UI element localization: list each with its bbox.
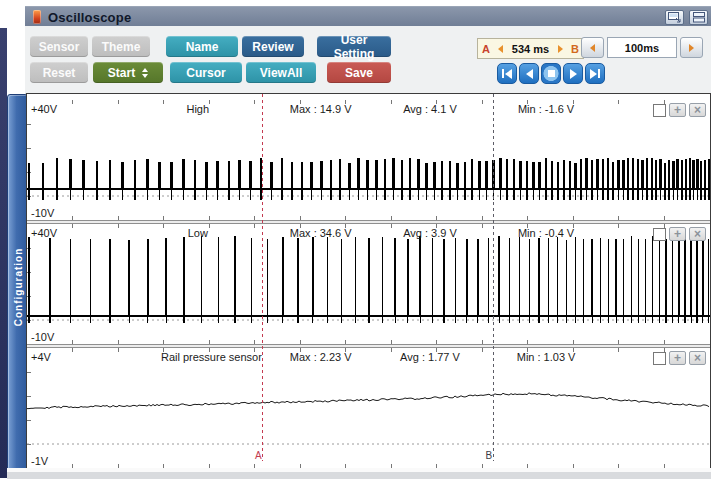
channel-checkbox[interactable] bbox=[653, 352, 666, 365]
review-button[interactable]: Review bbox=[242, 36, 304, 57]
review-button-label: Review bbox=[252, 40, 293, 54]
playback-controls bbox=[497, 63, 605, 84]
ab-right-arrow-icon[interactable] bbox=[558, 45, 563, 53]
name-button-label: Name bbox=[186, 40, 219, 54]
configuration-tab[interactable]: Configuration bbox=[7, 94, 28, 479]
start-spinner-icon bbox=[142, 68, 148, 78]
cursor-b-tag: B bbox=[571, 43, 579, 55]
app-icon bbox=[33, 10, 41, 24]
channel-close-button[interactable]: × bbox=[689, 351, 706, 365]
avg-readout: Avg : 1.77 V bbox=[400, 351, 460, 363]
tile-windows-button[interactable] bbox=[689, 10, 708, 25]
min-readout: Min : 1.03 V bbox=[517, 351, 576, 363]
skip-to-end-button[interactable] bbox=[585, 63, 605, 84]
save-button[interactable]: Save bbox=[327, 62, 391, 83]
channel-panel-high: +40V High Max : 14.9 V Avg : 4.1 V Min :… bbox=[27, 100, 710, 220]
timebase-decrease-button[interactable] bbox=[581, 37, 604, 58]
cursor-a-line[interactable] bbox=[262, 94, 263, 461]
scale-top-label: +4V bbox=[31, 351, 51, 363]
channel-controls: + × bbox=[653, 103, 706, 117]
timebase-control: 100ms bbox=[581, 37, 703, 58]
name-button[interactable]: Name bbox=[166, 36, 238, 57]
bar-icon bbox=[598, 69, 600, 78]
title-bar: Oscilloscope bbox=[25, 6, 711, 27]
ab-time-readout: A 534 ms B bbox=[477, 38, 584, 59]
left-triangle-icon bbox=[505, 69, 512, 79]
theme-button[interactable]: Theme bbox=[92, 36, 150, 57]
cursor-button[interactable]: Cursor bbox=[170, 62, 242, 83]
right-triangle-icon bbox=[590, 69, 597, 79]
channel-close-button[interactable]: × bbox=[689, 103, 706, 117]
ab-time-value: 534 ms bbox=[512, 43, 549, 55]
toolbar-row-2: Reset Start Cursor ViewAll Save bbox=[30, 62, 391, 83]
step-forward-button[interactable] bbox=[563, 63, 583, 84]
window-title: Oscilloscope bbox=[48, 10, 131, 25]
scale-bottom-label: -10V bbox=[31, 331, 54, 343]
sensor-button[interactable]: Sensor bbox=[30, 36, 88, 57]
step-back-button[interactable] bbox=[519, 63, 539, 84]
right-arrow-icon bbox=[689, 44, 694, 52]
scale-bottom-label: -1V bbox=[31, 455, 48, 467]
start-button[interactable]: Start bbox=[93, 62, 163, 83]
user-setting-button-label: User Setting bbox=[323, 33, 385, 61]
toolbar: Sensor Theme Name Review User Setting Re… bbox=[25, 26, 711, 94]
plot-area: +40V High Max : 14.9 V Avg : 4.1 V Min :… bbox=[26, 93, 711, 468]
reset-button-label: Reset bbox=[43, 66, 76, 80]
max-readout: Max : 14.9 V bbox=[290, 103, 352, 115]
channel-controls: + × bbox=[653, 227, 706, 241]
plus-icon: + bbox=[674, 104, 681, 116]
channel-checkbox[interactable] bbox=[653, 104, 666, 117]
plus-icon: + bbox=[674, 352, 681, 364]
popout-window-button[interactable] bbox=[665, 10, 684, 25]
cursor-b-line[interactable] bbox=[493, 94, 494, 461]
cursor-a-tag: A bbox=[482, 43, 490, 55]
scale-top-label: +40V bbox=[31, 227, 57, 239]
channel-checkbox[interactable] bbox=[653, 228, 666, 241]
avg-readout: Avg : 4.1 V bbox=[403, 103, 457, 115]
save-button-label: Save bbox=[345, 66, 373, 80]
scale-bottom-label: -10V bbox=[31, 207, 54, 219]
channel-controls: + × bbox=[653, 351, 706, 365]
waveform-channel-2 bbox=[27, 224, 710, 344]
stop-square-icon bbox=[548, 70, 555, 77]
channel-name-label: Rail pressure sensor bbox=[161, 351, 262, 363]
right-triangle-icon bbox=[570, 69, 577, 79]
cursor-b-label: B bbox=[485, 450, 492, 461]
window-footer bbox=[7, 468, 711, 479]
tile-windows-icon bbox=[693, 12, 705, 23]
cursor-button-label: Cursor bbox=[186, 66, 225, 80]
toolbar-row-1: Sensor Theme Name Review User Setting bbox=[30, 36, 391, 57]
stop-button[interactable] bbox=[541, 63, 561, 84]
skip-to-start-button[interactable] bbox=[497, 63, 517, 84]
sensor-button-label: Sensor bbox=[39, 40, 80, 54]
timebase-increase-button[interactable] bbox=[680, 37, 703, 58]
scale-top-label: +40V bbox=[31, 103, 57, 115]
channel-panel-low: +40V Low Max : 34.6 V Avg : 3.9 V Min : … bbox=[27, 224, 710, 344]
popout-window-icon bbox=[668, 12, 681, 23]
channel-zoom-button[interactable]: + bbox=[669, 103, 686, 117]
reset-button[interactable]: Reset bbox=[30, 62, 88, 83]
oscilloscope-app: Oscilloscope Sensor Theme bbox=[0, 0, 713, 481]
left-triangle-icon bbox=[526, 69, 533, 79]
ab-left-arrow-icon[interactable] bbox=[498, 45, 503, 53]
channel-close-button[interactable]: × bbox=[689, 227, 706, 241]
toolbar-buttons: Sensor Theme Name Review User Setting Re… bbox=[30, 36, 391, 83]
channel-name-label: High bbox=[186, 103, 209, 115]
user-setting-button[interactable]: User Setting bbox=[317, 36, 391, 57]
channel-zoom-button[interactable]: + bbox=[669, 351, 686, 365]
close-icon: × bbox=[694, 104, 701, 116]
window-buttons bbox=[665, 10, 708, 25]
plus-icon: + bbox=[674, 228, 681, 240]
viewall-button-label: ViewAll bbox=[260, 66, 302, 80]
waveform-channel-3 bbox=[27, 348, 710, 468]
start-button-label: Start bbox=[108, 66, 135, 80]
channel-zoom-button[interactable]: + bbox=[669, 227, 686, 241]
waveform-channel-1 bbox=[27, 100, 710, 220]
bar-icon bbox=[502, 69, 504, 78]
timebase-value: 100ms bbox=[607, 37, 677, 58]
left-frame bbox=[0, 28, 7, 478]
viewall-button[interactable]: ViewAll bbox=[246, 62, 316, 83]
close-icon: × bbox=[694, 352, 701, 364]
left-arrow-icon bbox=[590, 44, 595, 52]
min-readout: Min : -0.4 V bbox=[518, 227, 574, 239]
